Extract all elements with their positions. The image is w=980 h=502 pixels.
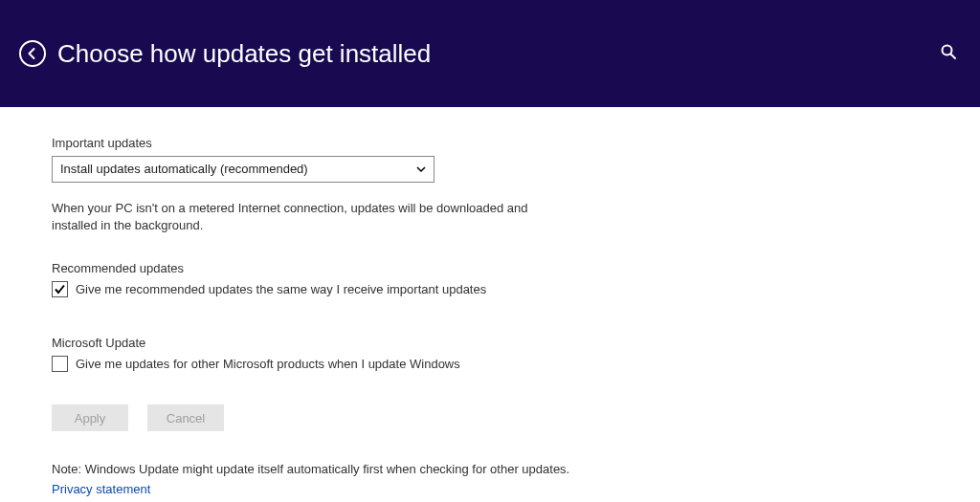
back-arrow-icon <box>26 47 39 60</box>
footer-note: Note: Windows Update might update itself… <box>52 462 861 476</box>
microsoft-update-checkbox-label[interactable]: Give me updates for other Microsoft prod… <box>76 357 460 371</box>
recommended-updates-label: Recommended updates <box>52 261 861 275</box>
microsoft-update-label: Microsoft Update <box>52 336 861 350</box>
page-title: Choose how updates get installed <box>57 39 431 69</box>
apply-button[interactable]: Apply <box>52 404 128 431</box>
header-bar: Choose how updates get installed <box>0 0 980 107</box>
important-updates-selected-value: Install updates automatically (recommend… <box>52 156 434 183</box>
important-updates-description: When your PC isn't on a metered Internet… <box>52 200 568 234</box>
recommended-checkbox[interactable] <box>52 281 68 297</box>
microsoft-update-checkbox[interactable] <box>52 356 68 372</box>
recommended-checkbox-label[interactable]: Give me recommended updates the same way… <box>76 282 486 296</box>
checkmark-icon <box>54 283 66 295</box>
privacy-statement-link[interactable]: Privacy statement <box>52 482 150 496</box>
svg-line-1 <box>951 55 956 59</box>
content-area: Important updates Install updates automa… <box>0 107 861 496</box>
important-updates-select[interactable]: Install updates automatically (recommend… <box>52 156 434 183</box>
search-icon <box>940 43 957 60</box>
important-updates-label: Important updates <box>52 136 861 150</box>
back-button[interactable] <box>19 40 46 67</box>
cancel-button[interactable]: Cancel <box>147 404 224 431</box>
search-button[interactable] <box>940 43 957 64</box>
